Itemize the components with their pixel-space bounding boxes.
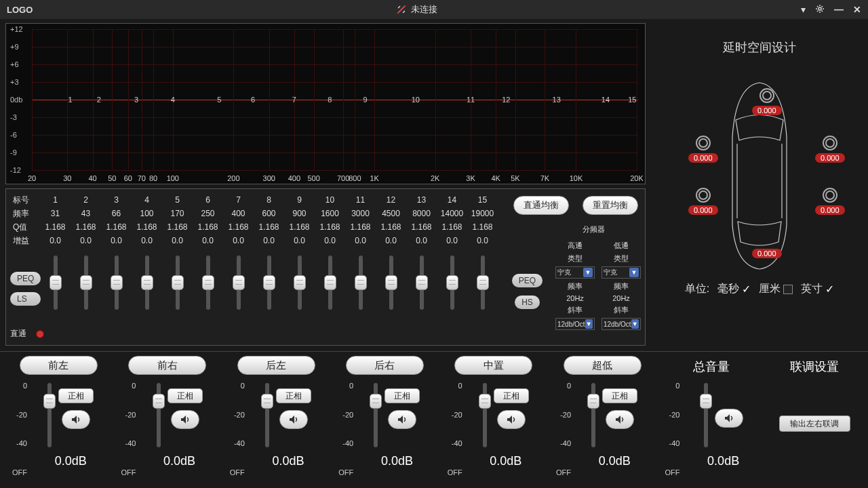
eq-cell[interactable]: 100 <box>132 209 162 218</box>
eq-cell[interactable]: 5 <box>162 195 193 205</box>
eq-cell[interactable]: 0.0 <box>71 236 101 245</box>
eq-cell[interactable]: 0.0 <box>437 236 467 245</box>
eq-cell[interactable]: 0.0 <box>345 236 376 245</box>
channel-select-button[interactable]: 后右 <box>346 356 424 375</box>
channel-select-button[interactable]: 前右 <box>128 356 206 375</box>
eq-cell[interactable]: 0.0 <box>101 236 132 245</box>
eq-cell[interactable]: 8 <box>254 195 284 205</box>
eq-cell[interactable]: 250 <box>193 209 223 218</box>
eq-cell[interactable]: 66 <box>101 209 132 218</box>
eq-cell[interactable]: 14000 <box>437 209 467 218</box>
minimize-icon[interactable]: — <box>834 4 844 16</box>
reset-eq-button[interactable]: 重置均衡 <box>583 196 638 215</box>
eq-band-slider[interactable] <box>267 256 271 310</box>
bypass-indicator[interactable] <box>36 330 44 338</box>
eq-band-slider[interactable] <box>420 256 424 310</box>
eq-cell[interactable]: 4500 <box>376 209 406 218</box>
eq-cell[interactable]: 400 <box>223 209 254 218</box>
eq-band-slider[interactable] <box>54 256 58 310</box>
eq-cell[interactable]: 1.168 <box>40 222 71 232</box>
eq-cell[interactable]: 0.0 <box>254 236 284 245</box>
mute-button[interactable] <box>497 410 526 429</box>
channel-gain-slider[interactable] <box>591 383 595 447</box>
eq-cell[interactable]: 1.168 <box>284 222 315 232</box>
eq-cell[interactable]: 0.0 <box>315 236 345 245</box>
phase-button[interactable]: 正相 <box>384 388 420 403</box>
eq-cell[interactable]: 8000 <box>406 209 437 218</box>
peq-button[interactable]: PEQ <box>10 272 41 285</box>
channel-gain-slider[interactable] <box>483 383 487 447</box>
mute-button[interactable] <box>606 410 634 429</box>
eq-cell[interactable]: 0.0 <box>223 236 254 245</box>
eq-cell[interactable]: 2 <box>71 195 101 205</box>
channel-select-button[interactable]: 超低 <box>564 356 642 375</box>
speaker-front-right[interactable]: 0.000 <box>815 136 845 163</box>
speaker-front-left[interactable]: 0.000 <box>688 136 718 163</box>
speaker-center[interactable]: 0.000 <box>752 88 782 115</box>
peq-mode-button[interactable]: PEQ <box>512 274 542 287</box>
eq-band-slider[interactable] <box>237 256 241 310</box>
channel-select-button[interactable]: 前左 <box>20 356 98 375</box>
eq-cell[interactable]: 0.0 <box>376 236 406 245</box>
eq-band-slider[interactable] <box>206 256 210 310</box>
eq-cell[interactable]: 1600 <box>315 209 345 218</box>
eq-cell[interactable]: 1 <box>40 195 71 205</box>
eq-cell[interactable]: 1.168 <box>101 222 132 232</box>
eq-cell[interactable]: 0.0 <box>284 236 315 245</box>
eq-band-slider[interactable] <box>176 256 180 310</box>
eq-cell[interactable]: 31 <box>40 209 71 218</box>
eq-curve-graph[interactable]: +12+9+6+30db-3-6-9-122030405060708010020… <box>5 23 646 184</box>
hp-type-select[interactable]: 宁克▼ <box>555 266 595 279</box>
eq-cell[interactable]: 15 <box>467 195 498 205</box>
eq-band-slider[interactable] <box>359 256 363 310</box>
eq-band-slider[interactable] <box>389 256 393 310</box>
speaker-sub[interactable]: 0.000 <box>752 249 782 258</box>
ls-button[interactable]: LS <box>10 292 41 306</box>
phase-button[interactable]: 正相 <box>167 388 203 403</box>
eq-cell[interactable]: 1.168 <box>315 222 345 232</box>
output-link-button[interactable]: 输出左右联调 <box>779 415 850 432</box>
eq-cell[interactable]: 0.0 <box>40 236 71 245</box>
eq-cell[interactable]: 1.168 <box>162 222 193 232</box>
hp-slope-select[interactable]: 12db/Oct▼ <box>555 318 595 330</box>
phase-button[interactable]: 正相 <box>494 388 529 403</box>
mute-button[interactable] <box>279 410 308 429</box>
phase-button[interactable]: 正相 <box>276 388 311 403</box>
eq-cell[interactable]: 1.168 <box>223 222 254 232</box>
bypass-eq-button[interactable]: 直通均衡 <box>513 196 569 215</box>
eq-band-slider[interactable] <box>298 256 302 310</box>
eq-cell[interactable]: 1.168 <box>437 222 467 232</box>
eq-cell[interactable]: 0.0 <box>132 236 162 245</box>
master-gain-slider[interactable] <box>704 383 708 447</box>
speaker-rear-left[interactable]: 0.000 <box>688 188 718 215</box>
channel-select-button[interactable]: 中置 <box>454 356 532 375</box>
eq-band-slider[interactable] <box>481 256 485 310</box>
eq-band-slider[interactable] <box>84 256 88 310</box>
eq-cell[interactable]: 14 <box>437 195 467 205</box>
lp-type-select[interactable]: 宁克▼ <box>601 266 641 279</box>
phase-button[interactable]: 正相 <box>58 388 94 403</box>
mute-button[interactable] <box>388 410 416 429</box>
eq-cell[interactable]: 3000 <box>345 209 376 218</box>
eq-cell[interactable]: 0.0 <box>193 236 223 245</box>
channel-gain-slider[interactable] <box>157 383 161 447</box>
eq-cell[interactable]: 0.0 <box>467 236 498 245</box>
eq-cell[interactable]: 1.168 <box>345 222 376 232</box>
master-mute-button[interactable] <box>715 409 743 428</box>
eq-cell[interactable]: 170 <box>162 209 193 218</box>
eq-cell[interactable]: 1.168 <box>467 222 498 232</box>
settings-icon[interactable] <box>815 4 825 16</box>
eq-cell[interactable]: 1.168 <box>132 222 162 232</box>
eq-cell[interactable]: 4 <box>132 195 162 205</box>
eq-cell[interactable]: 10 <box>315 195 345 205</box>
mute-button[interactable] <box>62 410 90 429</box>
unit-ms-checkbox[interactable]: 毫秒 ✓ <box>717 282 751 296</box>
channel-gain-slider[interactable] <box>47 383 52 447</box>
eq-cell[interactable]: 13 <box>406 195 437 205</box>
eq-cell[interactable]: 1.168 <box>376 222 406 232</box>
speaker-rear-right[interactable]: 0.000 <box>815 188 845 215</box>
eq-cell[interactable]: 9 <box>284 195 315 205</box>
eq-cell[interactable]: 0.0 <box>406 236 437 245</box>
eq-band-slider[interactable] <box>115 256 119 310</box>
eq-cell[interactable]: 1.168 <box>71 222 101 232</box>
